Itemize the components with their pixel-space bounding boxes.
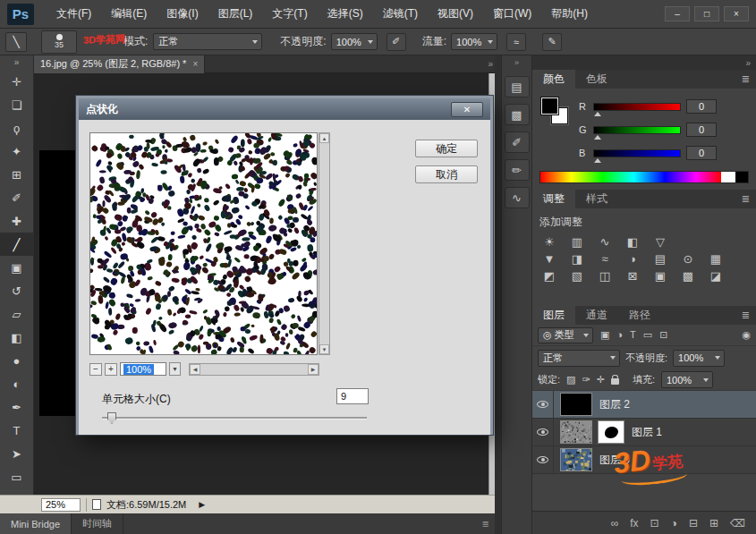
bottom-panel-menu-icon[interactable]: ≣ [482,519,489,529]
cancel-button[interactable]: 取消 [415,165,478,183]
adjustments-panel-menu-icon[interactable]: ≣ [742,190,750,208]
strip-panel-histogram-icon[interactable]: ▤ [505,76,530,97]
adjustment-extra-icon-3[interactable]: ◪ [708,269,724,283]
strip-panel-clone-source-icon[interactable]: ✏ [505,159,530,181]
scroll-right-icon[interactable]: ▶ [308,364,319,375]
curves-icon[interactable]: ∿ [597,235,613,249]
layer-filter-select[interactable]: ◎ 类型 [538,327,593,343]
flow-select[interactable]: 100% [451,33,497,50]
quick-selection-tool[interactable]: ✦ [0,140,34,163]
color-lookup-icon[interactable]: ⊙ [680,252,696,266]
levels-icon[interactable]: ▥ [569,235,585,249]
strip-expand-icon[interactable]: » [514,55,519,70]
dock-collapse-icon[interactable]: » [745,58,749,68]
filter-pixel-layers-icon[interactable]: ▣ [600,329,609,341]
layer-row-2[interactable]: 图层 2 [532,391,756,419]
layer-1-mask-thumbnail[interactable] [598,420,624,444]
strip-panel-character-icon[interactable]: ∿ [505,187,530,208]
cell-size-slider-track[interactable] [102,417,367,420]
menu-item-select[interactable]: 选择(S) [318,6,373,21]
red-slider-thumb-icon[interactable] [594,108,601,116]
pen-pressure-opacity-icon[interactable]: ✐ [386,33,406,51]
preview-vertical-scrollbar[interactable]: ▲ ▼ [319,132,330,355]
hue-saturation-icon[interactable]: ▼ [541,252,557,266]
layer-style-fx-icon[interactable]: fx [630,517,638,530]
tool-preset-picker[interactable]: ╲ [5,32,27,52]
green-slider-thumb-icon[interactable] [594,131,601,140]
clone-stamp-tool[interactable]: ▣ [0,256,34,279]
threshold-icon[interactable]: ▧ [569,269,585,283]
cell-size-slider-thumb[interactable] [107,412,116,424]
green-channel-slider[interactable] [593,126,681,134]
black-white-icon[interactable]: ≈ [597,252,613,266]
menu-item-file[interactable]: 文件(F) [47,6,101,21]
filter-type-layers-icon[interactable]: T [630,329,636,341]
tab-layers[interactable]: 图层 [532,306,575,325]
type-tool[interactable]: T [0,419,34,442]
lock-transparency-icon[interactable]: ▨ [566,374,575,386]
menu-item-window[interactable]: 窗口(W) [483,6,541,21]
tab-paths[interactable]: 路径 [618,306,661,325]
layer-row-1[interactable]: 图层 1 [532,419,756,446]
layer-fill-select[interactable]: 100% [661,371,713,388]
layer-blend-mode-select[interactable]: 正常 [538,350,620,367]
marquee-tool[interactable]: ❏ [0,93,34,116]
layers-panel-menu-icon[interactable]: ≣ [742,306,750,325]
filter-shape-layers-icon[interactable]: ▭ [643,329,652,341]
layer-2-thumbnail[interactable] [560,393,592,416]
tab-color[interactable]: 颜色 [532,70,575,89]
gradient-map-icon[interactable]: ◫ [597,269,613,283]
document-tab[interactable]: 16.jpg @ 25% (图层 2, RGB/8#) * × [34,55,205,73]
tab-swatches[interactable]: 色板 [575,70,618,89]
eyedropper-tool[interactable]: ✐ [0,186,34,209]
brightness-contrast-icon[interactable]: ☀ [541,235,557,249]
visibility-eye-icon[interactable] [537,428,548,436]
adjustment-extra-icon-2[interactable]: ▩ [680,269,696,283]
red-channel-slider[interactable] [593,103,681,111]
scroll-up-icon[interactable]: ▲ [319,133,329,143]
color-balance-icon[interactable]: ◨ [569,252,585,266]
channel-mixer-icon[interactable]: ▤ [652,252,668,266]
tab-adjustments[interactable]: 调整 [532,190,575,208]
document-close-icon[interactable]: × [192,59,198,69]
zoom-dropdown-icon[interactable]: ▼ [169,362,181,376]
blend-mode-select[interactable]: 正常 [153,33,262,50]
tab-styles[interactable]: 样式 [575,190,618,208]
crop-tool[interactable]: ⊞ [0,163,34,186]
filter-preview-image[interactable] [89,132,318,355]
gradient-tool[interactable]: ◧ [0,326,34,349]
opacity-select[interactable]: 100% [331,33,378,50]
new-adjustment-layer-icon[interactable]: ◑ [671,517,677,530]
pen-pressure-size-icon[interactable]: ✎ [542,33,562,51]
tab-mini-bridge[interactable]: Mini Bridge [0,513,72,534]
history-brush-tool[interactable]: ↺ [0,279,34,302]
selective-color-icon[interactable]: ⊠ [624,269,641,283]
visibility-eye-icon[interactable] [537,456,548,463]
lasso-tool[interactable]: ϙ [0,116,34,140]
filter-toggle-icon[interactable]: ◉ [742,329,751,341]
red-channel-value[interactable]: 0 [686,99,717,114]
zoom-in-button[interactable]: + [105,363,117,376]
delete-layer-icon[interactable]: ⌫ [730,517,745,530]
new-layer-icon[interactable]: ⊞ [709,517,718,530]
eraser-tool[interactable]: ▱ [0,302,34,326]
brush-preset-picker[interactable]: 35 [41,30,77,54]
tab-overflow-icon[interactable]: » [488,59,491,69]
invert-icon[interactable]: ▦ [708,252,724,266]
strip-panel-info-icon[interactable]: ▩ [505,104,530,125]
dodge-tool[interactable]: ◐ [0,372,34,395]
exposure-icon[interactable]: ◧ [624,235,641,249]
blue-channel-slider[interactable] [593,149,681,157]
shape-tool[interactable]: ▭ [0,465,34,488]
adjustment-extra-icon-1[interactable]: ▣ [652,269,668,283]
foreground-color-swatch[interactable] [541,97,558,114]
color-panel-menu-icon[interactable]: ≣ [742,70,750,89]
zoom-value-field[interactable]: 100% [120,362,166,376]
layer-1-thumbnail[interactable] [560,420,592,444]
blur-tool[interactable]: ● [0,349,34,372]
photo-filter-icon[interactable]: ◑ [624,252,641,266]
move-tool[interactable]: ✛ [0,70,34,93]
menu-item-layer[interactable]: 图层(L) [208,6,263,21]
menu-item-filter[interactable]: 滤镜(T) [373,6,428,21]
healing-brush-tool[interactable]: ✚ [0,209,34,233]
